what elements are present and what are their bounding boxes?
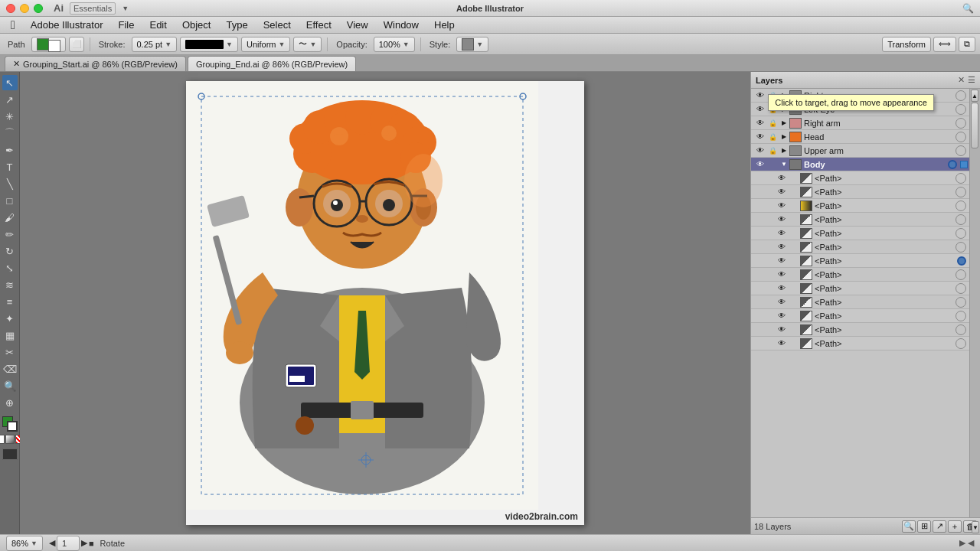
layer-target[interactable] (956, 104, 966, 115)
visibility-toggle[interactable]: 👁 (754, 117, 766, 129)
column-graph-tool[interactable]: ▦ (2, 328, 18, 343)
layer-target[interactable] (956, 145, 966, 156)
layer-item[interactable]: 👁 🔒 ▶ Right eye (751, 89, 969, 103)
layer-item[interactable]: 👁 🔒 ▶ Left Eye (751, 103, 969, 116)
pencil-tool[interactable]: ✏ (2, 227, 18, 242)
style-dropdown-arrow[interactable]: ▼ (279, 41, 286, 48)
layer-item-path[interactable]: 👁 <Path> (751, 199, 969, 213)
menu-help[interactable]: Help (426, 18, 462, 32)
new-layer-btn[interactable]: + (948, 520, 962, 533)
visibility-toggle[interactable]: 👁 (776, 324, 788, 336)
layer-target-active[interactable]: Click to target, drag to move appearance (957, 256, 966, 266)
layer-target[interactable] (956, 201, 966, 211)
line-tool[interactable]: ╲ (2, 176, 18, 191)
move-to-layer-btn[interactable]: ↗ (933, 520, 946, 533)
layer-target[interactable] (956, 187, 966, 197)
visibility-toggle[interactable]: 👁 (776, 269, 788, 281)
layer-item[interactable]: 👁 🔒 ▶ Right arm (751, 116, 969, 130)
expand-toggle[interactable]: ▼ (779, 158, 789, 171)
visibility-toggle[interactable]: 👁 (754, 131, 766, 143)
eyedropper-tool[interactable]: 🔍 (2, 378, 18, 393)
scroll-thumb[interactable] (971, 103, 978, 148)
layer-target-body[interactable] (948, 160, 957, 169)
magic-wand-tool[interactable]: ✳ (2, 109, 18, 124)
lock-toggle[interactable]: 🔒 (766, 103, 779, 116)
layer-item[interactable]: 👁 🔒 ▶ Head (751, 130, 969, 144)
apple-menu[interactable]:  (3, 17, 23, 34)
maximize-button[interactable] (34, 4, 43, 13)
page-next-btn[interactable]: ▶ (81, 538, 87, 548)
layer-target[interactable] (956, 324, 966, 335)
layer-item-path[interactable]: 👁 <Path> (751, 282, 969, 295)
minimize-button[interactable] (20, 4, 29, 13)
lock-toggle[interactable]: 🔒 (766, 145, 779, 157)
pen-tool[interactable]: ✒ (2, 142, 18, 158)
menu-window[interactable]: Window (376, 18, 426, 32)
zoom-display[interactable]: 86% ▼ (6, 536, 43, 551)
lock-toggle[interactable] (766, 158, 779, 171)
layer-item-path[interactable]: 👁 <Path> (751, 240, 969, 254)
style-swatch-arrow[interactable]: ▼ (476, 41, 483, 48)
layer-item-path[interactable]: 👁 <Path> (751, 268, 969, 282)
layer-item-path[interactable]: 👁 <Path> (751, 309, 969, 323)
menu-view[interactable]: View (339, 18, 376, 32)
layer-target[interactable] (956, 283, 966, 294)
expand-toggle[interactable]: ▶ (779, 90, 789, 102)
layer-item-body[interactable]: 👁 ▼ Body (751, 158, 969, 171)
visibility-toggle[interactable]: 👁 (754, 145, 766, 157)
opacity-input[interactable]: 100% ▼ (374, 37, 415, 52)
warp-tool[interactable]: ≋ (2, 277, 18, 292)
normal-mode-btn[interactable] (0, 435, 5, 444)
layer-target[interactable] (956, 214, 966, 225)
visibility-toggle[interactable]: 👁 (754, 90, 766, 102)
variable-width-btn[interactable]: 〜 ▼ (293, 37, 322, 52)
layers-scrollbar[interactable]: ▲ ▼ (969, 89, 980, 517)
fill-color-btn[interactable] (31, 37, 66, 52)
transform-btn[interactable]: Transform (882, 37, 931, 52)
stroke-mode-btn[interactable]: ⬜ (69, 37, 84, 52)
layer-target[interactable] (956, 338, 966, 349)
visibility-toggle[interactable]: 👁 (776, 200, 788, 212)
graph-tool[interactable]: ≡ (2, 294, 18, 309)
visibility-toggle[interactable]: 👁 (776, 255, 788, 267)
zoom-tool[interactable]: ⊕ (2, 395, 18, 410)
layers-menu-btn[interactable]: ☰ (968, 75, 975, 85)
slice-tool[interactable]: ✂ (2, 344, 18, 360)
visibility-toggle[interactable]: 👁 (776, 186, 788, 198)
symbol-tool[interactable]: ✦ (2, 311, 18, 326)
pathfinder-btn[interactable]: ⧉ (959, 37, 975, 52)
menu-select[interactable]: Select (256, 18, 299, 32)
tab-0[interactable]: ✕ Grouping_Start.ai @ 86% (RGB/Preview) (5, 56, 186, 71)
brush-style-btn[interactable]: ▼ (180, 37, 238, 52)
direct-selection-tool[interactable]: ↗ (2, 92, 18, 107)
rect-tool[interactable]: □ (2, 193, 18, 208)
workspace-arrow[interactable]: ▼ (122, 5, 129, 12)
change-screen-btn[interactable] (2, 448, 18, 460)
lock-toggle[interactable]: 🔒 (766, 90, 779, 102)
visibility-toggle[interactable]: 👁 (754, 103, 766, 116)
page-stop-btn[interactable]: ■ (89, 539, 94, 548)
visibility-toggle[interactable]: 👁 (754, 158, 766, 171)
page-input[interactable]: 1 (57, 536, 80, 551)
layer-item-path[interactable]: 👁 <Path> (751, 227, 969, 240)
lock-toggle[interactable]: 🔒 (766, 117, 779, 129)
expand-toggle[interactable]: ▶ (779, 145, 789, 157)
expand-toggle[interactable]: ▶ (779, 103, 789, 116)
stroke-value-input[interactable]: 0.25 pt ▼ (132, 37, 178, 52)
zoom-dropdown-arrow[interactable]: ▼ (31, 540, 38, 547)
layers-close-btn[interactable]: ✕ (958, 75, 965, 85)
menu-type[interactable]: Type (218, 18, 255, 32)
lock-toggle[interactable]: 🔒 (766, 131, 779, 143)
menu-edit[interactable]: Edit (142, 18, 174, 32)
lasso-tool[interactable]: ⌒ (2, 126, 18, 141)
close-button[interactable] (6, 4, 15, 13)
layer-comp-btn[interactable]: ⊞ (917, 520, 931, 533)
vw-dropdown-arrow[interactable]: ▼ (309, 41, 316, 48)
visibility-toggle[interactable]: 👁 (776, 214, 788, 226)
layer-item-path-active[interactable]: 👁 <Path> Click to target, drag to move a… (751, 254, 969, 268)
visibility-toggle[interactable]: 👁 (776, 282, 788, 295)
status-info-btn[interactable]: ▶ (959, 538, 965, 547)
layer-item-path[interactable]: 👁 <Path> (751, 171, 969, 185)
selection-tool[interactable]: ↖ (2, 75, 18, 90)
workspace-selector[interactable]: Essentials (70, 2, 116, 15)
